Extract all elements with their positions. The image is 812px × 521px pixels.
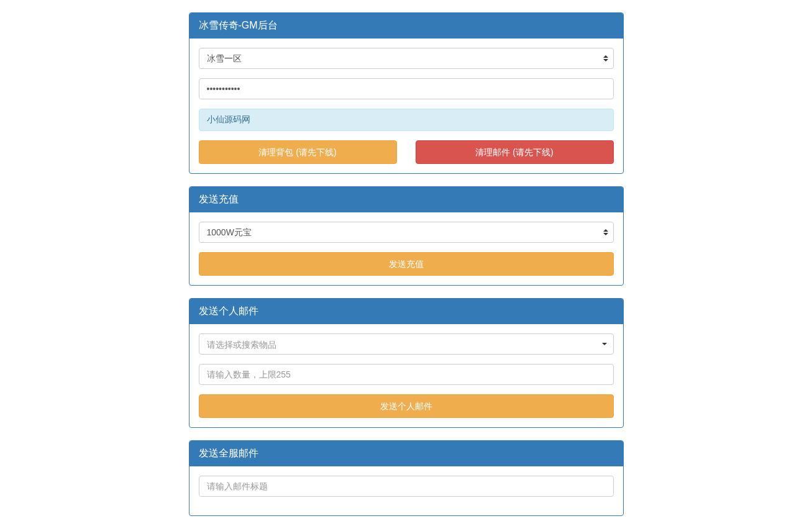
send-recharge-button[interactable]: 发送充值	[199, 252, 614, 276]
recharge-select[interactable]: 1000W元宝	[199, 222, 614, 243]
send-server-mail-panel: 发送全服邮件	[189, 440, 624, 516]
send-recharge-panel: 发送充值 1000W元宝 发送充值	[189, 186, 624, 286]
item-search-combobox[interactable]: 请选择或搜索物品	[199, 333, 614, 355]
caret-down-icon	[602, 343, 607, 345]
panel-title: 冰雪传奇-GM后台	[189, 13, 623, 39]
password-input[interactable]	[199, 78, 614, 99]
panel-title: 发送个人邮件	[189, 299, 623, 324]
account-info: 小仙源码网	[199, 109, 614, 131]
send-personal-mail-button[interactable]: 发送个人邮件	[199, 394, 614, 418]
send-personal-mail-panel: 发送个人邮件 请选择或搜索物品 发送个人邮件	[189, 298, 624, 428]
panel-title: 发送全服邮件	[189, 441, 623, 466]
server-select[interactable]: 冰雪一区	[199, 48, 614, 69]
gm-backend-panel: 冰雪传奇-GM后台 冰雪一区 小仙源码网 清理背包 (请先下线) 清理邮件 (请…	[189, 12, 624, 174]
panel-title: 发送充值	[189, 187, 623, 212]
quantity-input[interactable]	[199, 364, 614, 385]
mail-subject-input[interactable]	[199, 476, 614, 497]
clear-mail-button[interactable]: 清理邮件 (请先下线)	[416, 140, 614, 164]
clear-bag-button[interactable]: 清理背包 (请先下线)	[199, 140, 397, 164]
combobox-placeholder: 请选择或搜索物品	[207, 340, 276, 350]
